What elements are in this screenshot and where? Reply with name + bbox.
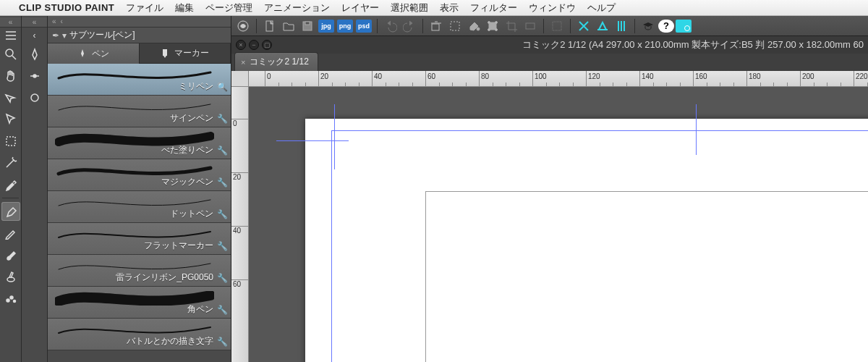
brush-item[interactable]: べた塗りペン🔧 xyxy=(48,127,231,159)
canvas-page[interactable] xyxy=(305,119,868,362)
brush-settings-icon[interactable]: 🔧 xyxy=(217,114,228,124)
brush-item[interactable]: 雷ラインリボン_PG0050🔧 xyxy=(48,255,231,287)
brush-item[interactable]: フラットマーカー🔧 xyxy=(48,223,231,255)
snap-ruler-icon[interactable] xyxy=(575,18,592,34)
clip-studio-icon[interactable] xyxy=(234,18,252,34)
window-minimize-icon[interactable]: − xyxy=(249,40,259,50)
format-psd-button[interactable]: psd xyxy=(356,20,372,33)
brush-item[interactable]: マジックペン🔧 xyxy=(48,159,231,191)
transform-icon[interactable] xyxy=(484,18,501,34)
tool-magnifier[interactable] xyxy=(1,45,20,64)
canvas-viewport[interactable]: 020406080100120140160180200220 0204060 xyxy=(231,71,868,362)
brush-settings-icon[interactable]: 🔧 xyxy=(217,241,228,251)
snap-perspective-icon[interactable] xyxy=(594,18,611,34)
tool-airbrush[interactable] xyxy=(1,267,20,286)
canvas-inner[interactable] xyxy=(249,87,868,362)
collapse-icon[interactable]: « xyxy=(22,17,47,28)
menu-help[interactable]: ヘルプ xyxy=(587,1,616,14)
canvas-size-icon[interactable] xyxy=(522,18,539,34)
tool-eyedropper[interactable] xyxy=(1,175,20,194)
format-jpg-button[interactable]: jpg xyxy=(318,20,334,33)
fill-icon[interactable] xyxy=(465,18,482,34)
separator xyxy=(377,19,378,33)
brush-item[interactable]: 角ペン🔧 xyxy=(48,287,231,319)
save-icon[interactable] xyxy=(299,18,316,34)
snap-grid-icon[interactable] xyxy=(613,18,630,34)
tool-wand[interactable] xyxy=(1,153,20,172)
menu-page[interactable]: ページ管理 xyxy=(205,1,252,14)
tool-pencil[interactable] xyxy=(1,224,20,243)
svg-point-0 xyxy=(6,49,13,56)
tab-pen-label: ペン xyxy=(92,48,109,60)
redo-icon[interactable] xyxy=(401,18,418,34)
menu-selection[interactable]: 選択範囲 xyxy=(391,1,428,14)
ruler-tick: 40 xyxy=(231,226,248,235)
open-folder-icon[interactable] xyxy=(280,18,297,34)
panel-menu-icon[interactable] xyxy=(1,29,20,42)
select-all-icon[interactable] xyxy=(446,18,464,34)
menu-layer[interactable]: レイヤー xyxy=(341,1,379,14)
ruler-tick: 20 xyxy=(231,172,248,181)
crop-icon[interactable] xyxy=(503,18,520,34)
brush-item[interactable]: ミリペン🔍 xyxy=(48,64,231,96)
tab-pen[interactable]: ペン xyxy=(48,43,140,64)
tool-hand[interactable] xyxy=(1,67,20,85)
format-png-button[interactable]: png xyxy=(337,20,353,33)
size-icon[interactable] xyxy=(25,88,44,107)
undo-icon[interactable] xyxy=(382,18,399,34)
brush-settings-icon[interactable]: 🔧 xyxy=(217,273,228,283)
grid-icon[interactable] xyxy=(548,18,566,34)
tool-move[interactable] xyxy=(1,88,20,107)
brush-item[interactable]: ドットペン🔧 xyxy=(48,191,231,223)
brush-settings-icon[interactable]: 🔧 xyxy=(217,146,228,156)
separator xyxy=(256,19,257,33)
brush-item[interactable]: バトルとかの描き文字🔧 xyxy=(48,319,231,350)
brush-list: ミリペン🔍サインペン🔧べた塗りペン🔧マジックペン🔧ドットペン🔧フラットマーカー🔧… xyxy=(48,64,231,362)
ruler-tick: 80 xyxy=(479,71,489,86)
menu-window[interactable]: ウィンドウ xyxy=(529,1,576,14)
dropdown-icon[interactable]: ▾ xyxy=(62,30,67,41)
separator xyxy=(543,19,544,33)
menu-file[interactable]: ファイル xyxy=(126,1,163,14)
delete-icon[interactable] xyxy=(427,18,445,34)
ruler-tick: 40 xyxy=(372,71,382,86)
tool-operation[interactable] xyxy=(1,110,20,129)
tool-decoration[interactable] xyxy=(1,289,20,308)
tool-column-2: « ‹ xyxy=(22,16,48,362)
menu-view[interactable]: 表示 xyxy=(440,1,459,14)
back-icon[interactable]: ‹ xyxy=(25,29,44,42)
tool-brush[interactable] xyxy=(1,245,20,264)
nib-icon: ✒ xyxy=(52,30,59,41)
svg-point-3 xyxy=(7,299,9,302)
menu-animation[interactable]: アニメーション xyxy=(264,1,330,14)
collapse-icon[interactable]: « xyxy=(0,17,21,28)
panel-collapse-row[interactable]: «‹ xyxy=(48,16,231,28)
content-area: jpg png psd ? × xyxy=(231,16,868,362)
brush-settings-icon[interactable]: 🔧 xyxy=(217,177,228,188)
help-icon[interactable]: ? xyxy=(658,20,674,33)
document-header: × − ▢ コミック2 1/12 (A4 297.00 x 210.00mm 製… xyxy=(231,36,868,54)
slider-icon[interactable] xyxy=(25,67,44,85)
brush-settings-icon[interactable]: 🔧 xyxy=(217,305,228,315)
ruler-tick: 140 xyxy=(639,71,654,86)
tab-marker-label: マーカー xyxy=(174,47,209,59)
assets-icon[interactable] xyxy=(676,20,692,33)
nib-icon[interactable] xyxy=(25,45,44,64)
brush-settings-icon[interactable]: 🔧 xyxy=(217,337,228,347)
close-tab-icon[interactable]: × xyxy=(241,58,245,67)
menu-edit[interactable]: 編集 xyxy=(175,1,194,14)
new-file-icon[interactable] xyxy=(261,18,278,34)
graduation-cap-icon[interactable] xyxy=(639,18,657,34)
window-close-icon[interactable]: × xyxy=(236,40,246,50)
menu-filter[interactable]: フィルター xyxy=(470,1,517,14)
subtool-title: サブツール[ペン] xyxy=(69,29,135,41)
tool-marquee[interactable] xyxy=(1,132,20,151)
tab-marker[interactable]: マーカー xyxy=(140,43,231,64)
document-tab[interactable]: × コミック2 1/12 xyxy=(234,52,318,71)
window-maximize-icon[interactable]: ▢ xyxy=(262,40,272,50)
brush-settings-icon[interactable]: 🔧 xyxy=(217,209,228,219)
svg-point-20 xyxy=(495,28,498,30)
brush-settings-icon[interactable]: 🔍 xyxy=(217,82,228,92)
brush-item[interactable]: サインペン🔧 xyxy=(48,96,231,127)
tool-pen[interactable] xyxy=(1,202,20,221)
